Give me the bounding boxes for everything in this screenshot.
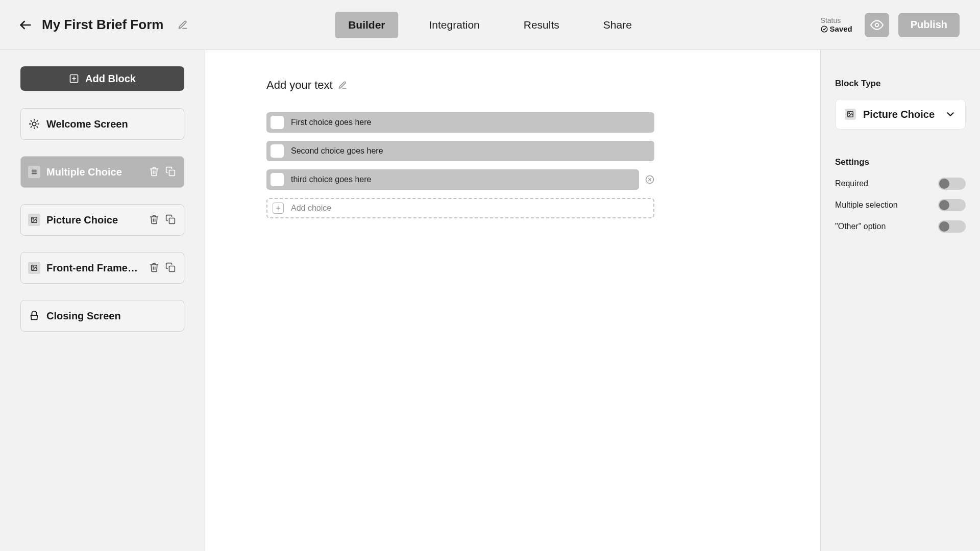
image-icon	[28, 262, 40, 274]
sidebar: Add Block Welcome Screen Multiple Choice	[0, 50, 205, 551]
svg-line-13	[31, 127, 32, 127]
choice-checkbox[interactable]	[271, 173, 284, 186]
toggle-other-option[interactable]	[938, 220, 966, 233]
delete-block-button[interactable]	[149, 166, 160, 178]
choice-text: First choice goes here	[291, 118, 371, 127]
preview-button[interactable]	[865, 13, 889, 37]
block-label: Front-end Framework	[46, 262, 143, 274]
nav-share[interactable]: Share	[590, 12, 645, 38]
copy-icon	[165, 262, 176, 272]
duplicate-block-button[interactable]	[165, 166, 177, 178]
setting-label: Multiple selection	[835, 201, 898, 210]
choice-text: Second choice goes here	[291, 146, 383, 156]
choice-checkbox[interactable]	[271, 116, 284, 129]
image-icon	[28, 214, 40, 226]
status-label: Status	[821, 16, 841, 24]
pencil-icon	[338, 81, 347, 90]
add-choice-label: Add choice	[291, 204, 331, 213]
svg-line-10	[37, 127, 37, 127]
block-item-welcome[interactable]: Welcome Screen	[20, 108, 184, 140]
edit-title-button[interactable]	[178, 20, 188, 30]
block-type-heading: Block Type	[835, 79, 966, 89]
canvas: Add your text First choice goes here Sec…	[205, 50, 821, 551]
delete-block-button[interactable]	[149, 262, 160, 273]
form-title: My First Brief Form	[42, 17, 163, 33]
add-block-label: Add Block	[85, 73, 136, 85]
copy-icon	[165, 166, 176, 177]
setting-other-option: "Other" option	[835, 220, 966, 233]
setting-required: Required	[835, 178, 966, 190]
chevron-down-icon	[945, 109, 956, 120]
nav-builder[interactable]: Builder	[335, 12, 398, 38]
publish-button[interactable]: Publish	[898, 13, 960, 37]
wave-icon	[28, 310, 40, 322]
question-prompt[interactable]: Add your text	[266, 79, 759, 92]
question-prompt-text: Add your text	[266, 79, 333, 92]
block-label: Multiple Choice	[46, 166, 143, 178]
toggle-required[interactable]	[938, 178, 966, 190]
block-label: Welcome Screen	[46, 118, 177, 130]
toggle-multiple-selection[interactable]	[938, 199, 966, 211]
nav-integration[interactable]: Integration	[416, 12, 493, 38]
trash-icon	[149, 166, 159, 177]
choice-row: Second choice goes here	[266, 141, 654, 161]
block-label: Picture Choice	[46, 214, 143, 226]
image-icon	[845, 109, 856, 120]
settings-heading: Settings	[835, 157, 966, 167]
add-choice-button[interactable]: Add choice	[266, 198, 654, 218]
block-label: Closing Screen	[46, 310, 177, 322]
sun-icon	[28, 118, 40, 130]
svg-rect-24	[169, 266, 175, 272]
svg-rect-18	[169, 170, 175, 176]
svg-point-2	[875, 23, 879, 27]
setting-label: "Other" option	[835, 222, 886, 231]
top-nav: Builder Integration Results Share	[335, 12, 645, 38]
plus-square-icon	[273, 203, 284, 214]
svg-point-31	[849, 113, 850, 114]
trash-icon	[149, 214, 159, 224]
copy-icon	[165, 214, 176, 224]
duplicate-block-button[interactable]	[165, 262, 177, 273]
block-item-multiple-choice[interactable]: Multiple Choice	[20, 156, 184, 188]
choice-text: third choice goes here	[291, 175, 371, 184]
eye-icon	[870, 18, 884, 32]
list-icon	[28, 166, 40, 178]
back-button[interactable]	[18, 18, 33, 32]
svg-rect-21	[169, 218, 175, 224]
arrow-left-icon	[18, 18, 33, 32]
x-circle-icon	[645, 175, 654, 184]
svg-line-9	[31, 121, 32, 121]
block-item-picture-choice[interactable]: Picture Choice	[20, 204, 184, 236]
svg-point-20	[33, 218, 34, 219]
block-item-closing[interactable]: Closing Screen	[20, 300, 184, 332]
block-type-value: Picture Choice	[863, 109, 938, 120]
choice-checkbox[interactable]	[271, 144, 284, 158]
block-type-select[interactable]: Picture Choice	[835, 99, 966, 130]
nav-results[interactable]: Results	[510, 12, 573, 38]
choice-item[interactable]: third choice goes here	[266, 169, 639, 190]
choice-row: third choice goes here	[266, 169, 654, 190]
delete-block-button[interactable]	[149, 214, 160, 226]
plus-square-icon	[69, 73, 79, 84]
choice-item[interactable]: Second choice goes here	[266, 141, 654, 161]
svg-line-14	[37, 121, 37, 121]
choice-row: First choice goes here	[266, 112, 654, 133]
svg-point-23	[33, 266, 34, 267]
svg-point-6	[32, 122, 36, 126]
add-block-button[interactable]: Add Block	[20, 66, 184, 91]
status-value: Saved	[830, 24, 852, 33]
remove-choice-button[interactable]	[645, 175, 654, 184]
right-panel: Block Type Picture Choice Settings Requi…	[821, 50, 980, 551]
duplicate-block-button[interactable]	[165, 214, 177, 226]
trash-icon	[149, 262, 159, 272]
setting-multiple-selection: Multiple selection	[835, 199, 966, 211]
status: Status Saved	[821, 16, 852, 33]
pencil-icon	[178, 20, 188, 30]
choice-item[interactable]: First choice goes here	[266, 112, 654, 133]
setting-label: Required	[835, 179, 868, 188]
header: My First Brief Form Builder Integration …	[0, 0, 980, 50]
check-circle-icon	[821, 26, 828, 33]
block-item-frontend-framework[interactable]: Front-end Framework	[20, 252, 184, 284]
